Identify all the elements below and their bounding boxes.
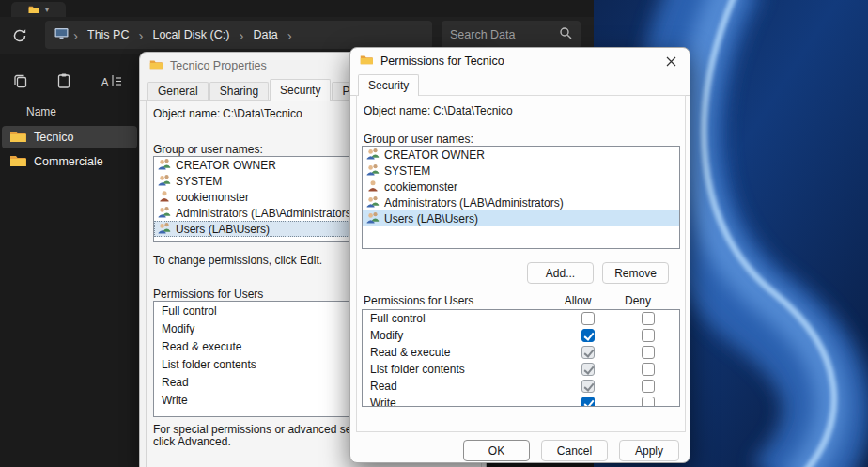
deny-checkbox-read-execute[interactable] <box>642 346 655 359</box>
list-item-label: CREATOR OWNER <box>176 159 276 172</box>
permission-label: Write <box>370 397 558 407</box>
permission-label: Read <box>370 380 558 393</box>
allow-checkbox-modify[interactable] <box>581 329 595 342</box>
permission-row-modify: Modify <box>363 327 679 344</box>
list-item-label: cookiemonster <box>176 191 249 204</box>
permission-label: Full control <box>370 312 558 325</box>
permission-row-full-control: Full control <box>363 310 679 327</box>
deny-checkbox-full-control[interactable] <box>642 312 655 325</box>
list-item-cookiemonster[interactable]: cookiemonster <box>363 179 679 195</box>
group-list-label: Group or user names: <box>364 132 473 146</box>
refresh-icon[interactable] <box>11 27 28 44</box>
group-user-list: CREATOR OWNER SYSTEM cookiemonster Admin… <box>362 146 680 249</box>
breadcrumb-local-disk-c[interactable]: Local Disk (C:) <box>147 26 234 43</box>
group-icon <box>366 211 380 226</box>
permissions-label: Permissions for Users <box>153 288 263 301</box>
list-item-administrators[interactable]: Administrators (LAB\Administrators) <box>363 195 679 210</box>
object-name-value: C:\Data\Tecnico <box>433 104 513 117</box>
close-icon[interactable] <box>657 51 685 71</box>
allow-checkbox-read <box>581 380 595 393</box>
list-item-creator-owner[interactable]: CREATOR OWNER <box>363 147 679 163</box>
permission-label: Read & execute <box>370 346 558 359</box>
folder-name: Tecnico <box>34 131 73 144</box>
advanced-hint-line2: click Advanced. <box>153 435 231 448</box>
paste-icon[interactable] <box>53 70 75 92</box>
permission-row-read: Read <box>363 378 679 395</box>
chevron-right-icon: › <box>137 28 144 42</box>
allow-checkbox-write[interactable] <box>581 397 595 407</box>
search-icon <box>559 26 572 43</box>
add-button[interactable]: Add... <box>527 262 594 284</box>
monitor-icon <box>54 27 69 42</box>
permissions-checkbox-list: Full control Modify Read & execute List … <box>362 309 680 407</box>
list-item-label: Administrators (LAB\Administrators) <box>176 207 355 220</box>
allow-column-header: Allow <box>557 294 598 307</box>
explorer-tab[interactable]: ▾ <box>11 2 66 17</box>
deny-checkbox-modify[interactable] <box>642 329 655 342</box>
chevron-right-icon: › <box>287 28 293 42</box>
tab-security[interactable]: Security <box>270 79 331 101</box>
permission-row-list-folder-contents: List folder contents <box>363 361 679 378</box>
chevron-down-icon: ▾ <box>45 5 50 14</box>
dialog-title: Permissions for Tecnico <box>380 54 504 68</box>
apply-button[interactable]: Apply <box>619 440 679 461</box>
list-item-label: SYSTEM <box>384 164 430 178</box>
tab-sharing[interactable]: Sharing <box>209 82 269 101</box>
permission-label: Modify <box>370 329 558 342</box>
deny-checkbox-list-folder-contents[interactable] <box>642 363 655 376</box>
breadcrumb: › This PC › Local Disk (C:) › Data › <box>45 21 432 49</box>
permission-row-read-execute: Read & execute <box>363 344 679 361</box>
allow-checkbox-list-folder-contents <box>581 363 595 376</box>
screen: ▾ › This PC › Local Disk (C:) › Data › <box>0 0 868 467</box>
folder-item-tecnico[interactable]: Tecnico <box>2 126 137 148</box>
deny-column-header: Deny <box>617 294 659 307</box>
permission-label: Read <box>162 376 349 389</box>
group-list-label: Group or user names: <box>153 143 263 156</box>
permission-label: Modify <box>162 322 349 335</box>
permission-row-write: Write <box>363 395 679 407</box>
list-item-users[interactable]: Users (LAB\Users) <box>363 210 679 226</box>
group-icon <box>158 158 171 173</box>
permission-label: Write <box>162 394 349 407</box>
breadcrumb-this-pc[interactable]: This PC <box>83 26 133 43</box>
rename-icon[interactable]: A <box>98 70 126 92</box>
list-item-system[interactable]: SYSTEM <box>363 163 679 179</box>
cancel-button[interactable]: Cancel <box>541 440 608 461</box>
folder-icon <box>360 54 373 68</box>
dialog-title: Tecnico Properties <box>170 59 267 72</box>
column-header-name[interactable]: Name <box>26 105 56 118</box>
copy-icon[interactable] <box>9 70 32 92</box>
advanced-hint-line1: For special permissions or advanced sett… <box>153 423 373 436</box>
allow-checkbox-full-control[interactable] <box>581 312 595 325</box>
tab-general[interactable]: General <box>147 82 209 101</box>
tab-security[interactable]: Security <box>358 74 419 96</box>
chevron-right-icon: › <box>238 28 244 42</box>
permission-label: List folder contents <box>370 363 558 376</box>
allow-checkbox-read-execute <box>581 346 595 359</box>
permission-label: Read & execute <box>162 340 349 353</box>
dialog-titlebar[interactable]: Permissions for Tecnico <box>350 48 690 74</box>
folder-icon <box>9 130 26 146</box>
list-item-label: SYSTEM <box>176 175 222 188</box>
list-item-label: Users (LAB\Users) <box>384 212 478 226</box>
search-box[interactable] <box>442 21 581 49</box>
list-item-label: Administrators (LAB\Administrators) <box>384 196 564 210</box>
permissions-dialog: Permissions for Tecnico Security Object … <box>349 47 690 463</box>
remove-button[interactable]: Remove <box>602 262 669 284</box>
deny-checkbox-write[interactable] <box>642 397 655 407</box>
folder-icon <box>9 154 26 170</box>
permissions-label: Permissions for Users <box>364 294 473 307</box>
permissions-tabs: Security <box>350 74 690 96</box>
permission-label: Full control <box>162 304 349 318</box>
object-name-label: Object name: <box>153 107 220 120</box>
group-icon <box>366 195 380 210</box>
permission-label: List folder contents <box>162 358 349 371</box>
ok-button[interactable]: OK <box>463 440 530 461</box>
search-input[interactable] <box>450 28 553 41</box>
folder-item-commerciale[interactable]: Commerciale <box>2 150 137 173</box>
svg-text:A: A <box>101 76 109 87</box>
deny-checkbox-read[interactable] <box>642 380 655 393</box>
group-icon <box>158 206 171 221</box>
folder-icon <box>149 59 163 72</box>
breadcrumb-data[interactable]: Data <box>248 26 282 43</box>
